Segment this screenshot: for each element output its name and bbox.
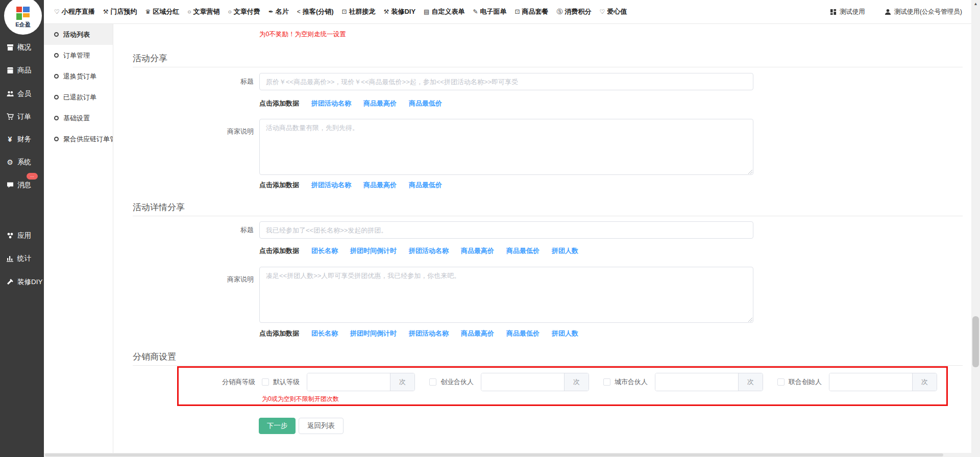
topnav-item-product-package[interactable]: ⊡ 商品套餐: [514, 7, 548, 16]
gavel-icon: ⚒: [103, 8, 109, 15]
add-link-countdown[interactable]: 拼团时间倒计时: [350, 329, 397, 338]
topnav-item-store-booking[interactable]: ⚒ 门店预约: [103, 7, 137, 16]
account-menu[interactable]: 测试使用(公众号管理员): [885, 8, 962, 16]
default-level-count-input[interactable]: [307, 373, 390, 391]
detail-desc-textarea[interactable]: [259, 267, 753, 323]
topnav-label: 区域分红: [153, 7, 179, 16]
add-link-group-size[interactable]: 拼团人数: [552, 329, 578, 338]
topnav-item-live[interactable]: ♡ 小程序直播: [54, 7, 95, 16]
circle-icon: [54, 95, 59, 99]
users-icon: [6, 90, 14, 97]
scroll-up-arrow-icon[interactable]: ▲: [971, 2, 980, 6]
add-link-activity-name[interactable]: 拼团活动名称: [311, 99, 351, 108]
topnav-item-love-value[interactable]: ♡ 爱心值: [600, 7, 627, 16]
add-link-leader-name[interactable]: 团长名称: [311, 329, 338, 338]
topnav-label: 名片: [276, 7, 289, 16]
add-link-activity-name[interactable]: 拼团活动名称: [409, 329, 449, 338]
topnav-item-e-waybill[interactable]: ✎ 电子面单: [473, 7, 506, 16]
add-link-max-price[interactable]: 商品最高价: [363, 99, 397, 108]
brand-logo[interactable]: E企盈: [4, 0, 42, 35]
sidebar-item-finance[interactable]: ¥ 财务: [0, 132, 44, 147]
box-icon: [6, 67, 14, 74]
sidebar-item-statistics[interactable]: 统计: [0, 251, 44, 266]
submenu-item-return-orders[interactable]: 退换货订单: [44, 66, 113, 87]
add-data-label: 点击添加数据: [259, 246, 299, 256]
startup-partner-label: 创业合伙人: [440, 377, 474, 387]
sidebar-item-apps[interactable]: 应用: [0, 228, 44, 243]
share-desc-add-data-row: 点击添加数据 拼团活动名称 商品最高价 商品最低价: [259, 181, 442, 190]
sidebar-item-goods[interactable]: 商品: [0, 63, 44, 78]
sidebar-label: 概况: [17, 43, 31, 52]
back-to-list-button[interactable]: 返回列表: [299, 418, 344, 434]
submenu-item-activity-list[interactable]: 活动列表: [44, 24, 113, 45]
circle-icon: [54, 32, 59, 37]
detail-title-input[interactable]: [259, 221, 753, 239]
add-link-min-price[interactable]: 商品最低价: [409, 181, 442, 190]
workspace-switcher[interactable]: 测试使用: [830, 8, 865, 16]
topnav-label: 文章付费: [234, 7, 260, 16]
city-partner-count-input[interactable]: [655, 373, 738, 391]
sidebar-label: 财务: [17, 135, 31, 144]
topnav-item-promoter[interactable]: < 推客(分销): [297, 7, 334, 16]
add-link-max-price[interactable]: 商品最高价: [461, 246, 494, 256]
add-link-min-price[interactable]: 商品最低价: [506, 246, 540, 256]
next-step-button[interactable]: 下一步: [259, 418, 296, 434]
distributor-highlight-box: 分销商等级 默认等级 次 创业合伙人 次 城市合伙人: [177, 366, 948, 406]
add-link-max-price[interactable]: 商品最高价: [363, 181, 397, 190]
submenu-item-supply-chain-orders[interactable]: 聚合供应链订单管: [44, 129, 113, 149]
share-desc-textarea[interactable]: [259, 119, 753, 175]
cofounder-count-input[interactable]: [829, 373, 912, 391]
sidebar-item-system[interactable]: ⚙ 系统: [0, 155, 44, 170]
sidebar-label: 装修DIY: [17, 277, 43, 287]
add-link-min-price[interactable]: 商品最低价: [409, 99, 442, 108]
city-partner-checkbox[interactable]: [603, 378, 610, 386]
add-link-leader-name[interactable]: 团长名称: [311, 246, 338, 256]
startup-partner-count-input[interactable]: [481, 373, 564, 391]
sidebar-label: 统计: [17, 254, 31, 263]
sidebar-item-overview[interactable]: 概况: [0, 40, 44, 55]
circle-icon: [54, 137, 59, 141]
points-icon: Ⓢ: [557, 8, 563, 16]
topnav-item-group-chain[interactable]: ⊡ 社群接龙: [342, 7, 376, 16]
add-link-max-price[interactable]: 商品最高价: [461, 329, 494, 338]
topnav-item-points[interactable]: Ⓢ 消费积分: [557, 7, 592, 16]
heart-icon: ♡: [600, 8, 605, 15]
add-link-min-price[interactable]: 商品最低价: [506, 329, 540, 338]
topnav-item-region-bonus[interactable]: ♛ 区域分红: [145, 7, 180, 16]
sidebar-label: 商品: [17, 66, 31, 75]
horizontal-scrollbar-thumb[interactable]: [45, 453, 943, 456]
vertical-scrollbar[interactable]: ▲: [971, 0, 980, 457]
unit-addon: 次: [564, 373, 589, 391]
sidebar-label: 会员: [17, 89, 31, 98]
topnav-item-article-marketing[interactable]: ○ 文章营销: [187, 7, 219, 16]
add-link-activity-name[interactable]: 拼团活动名称: [311, 181, 351, 190]
submenu-item-basic-settings[interactable]: 基础设置: [44, 108, 113, 129]
topnav-item-diy[interactable]: ⚒ 装修DIY: [384, 7, 415, 16]
sidebar-item-diy[interactable]: 装修DIY: [0, 274, 44, 290]
topnav-item-business-card[interactable]: ✒ 名片: [268, 7, 289, 16]
add-link-group-size[interactable]: 拼团人数: [552, 246, 578, 256]
distributor-level-row: 分销商等级 默认等级 次 创业合伙人 次 城市合伙人: [179, 373, 946, 391]
sidebar-item-orders[interactable]: 订单: [0, 109, 44, 124]
submenu-item-order-management[interactable]: 订单管理: [44, 45, 113, 66]
horizontal-scrollbar[interactable]: [44, 453, 971, 457]
topnav-label: 小程序直播: [62, 7, 95, 16]
submenu-item-refunded-orders[interactable]: 已退款订单: [44, 87, 113, 108]
add-link-countdown[interactable]: 拼团时间倒计时: [350, 246, 397, 256]
detail-desc-label: 商家说明: [136, 271, 254, 288]
add-link-activity-name[interactable]: 拼团活动名称: [409, 246, 449, 256]
topnav-item-custom-form[interactable]: ▤ 自定义表单: [424, 7, 464, 16]
hammer-icon: ⚒: [384, 8, 389, 15]
workspace-label: 测试使用: [840, 8, 865, 16]
sidebar-item-messages[interactable]: 消息 ...: [0, 177, 44, 193]
sidebar-label: 订单: [17, 112, 31, 121]
vertical-scrollbar-thumb[interactable]: [972, 316, 979, 367]
submenu-label: 退换货订单: [63, 72, 96, 81]
default-level-checkbox[interactable]: [262, 378, 269, 386]
sidebar-item-members[interactable]: 会员: [0, 86, 44, 101]
cofounder-checkbox[interactable]: [777, 378, 785, 386]
share-title-input[interactable]: [259, 73, 753, 90]
gear-icon: ⚙: [6, 158, 14, 166]
topnav-item-article-pay[interactable]: ○ 文章付费: [228, 7, 260, 16]
startup-partner-checkbox[interactable]: [429, 378, 436, 386]
